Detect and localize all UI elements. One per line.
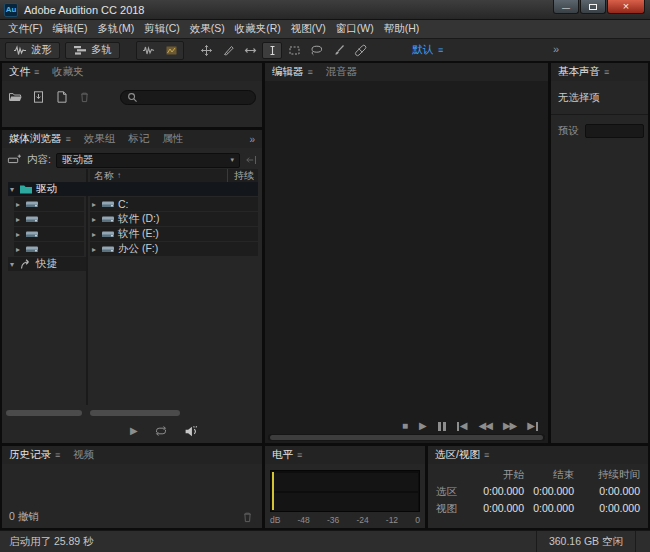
tab-properties[interactable]: 属性	[162, 132, 183, 146]
close-button[interactable]: ×	[607, 0, 645, 14]
panel-menu-icon[interactable]: ≡	[66, 135, 71, 144]
move-tool-button[interactable]	[196, 42, 216, 59]
tab-history[interactable]: 历史记录 ≡	[9, 448, 60, 462]
menu-file[interactable]: 文件(F)	[3, 20, 47, 38]
shortcuts-root-row[interactable]: ▾ 快捷	[8, 257, 86, 271]
tab-video[interactable]: 视频	[73, 448, 94, 462]
horizontal-scrollbar[interactable]	[6, 410, 82, 416]
selection-end-value[interactable]: 0:00.000	[524, 484, 574, 499]
loop-playback-button[interactable]	[154, 425, 168, 437]
dock-panel-button[interactable]	[245, 154, 257, 166]
panel-menu-icon[interactable]: ≡	[297, 451, 302, 460]
media-list-row[interactable]: ▸ 办公 (F:)	[90, 242, 258, 256]
selection-duration-value[interactable]: 0:00.000	[574, 484, 640, 499]
chevron-collapsed-icon[interactable]: ▸	[90, 200, 98, 209]
panel-menu-icon[interactable]: ≡	[55, 451, 60, 460]
pause-button[interactable]	[438, 422, 446, 431]
import-file-button[interactable]	[31, 91, 46, 103]
healing-brush-tool-button[interactable]	[350, 42, 370, 59]
tab-overflow-icon[interactable]: »	[249, 134, 255, 145]
menu-clip[interactable]: 剪辑(C)	[139, 20, 185, 38]
waveform-display-button[interactable]	[137, 42, 160, 59]
menu-favorites[interactable]: 收藏夹(R)	[230, 20, 286, 38]
menu-edit[interactable]: 编辑(E)	[47, 20, 92, 38]
workspace-overflow-icon[interactable]: »	[553, 43, 559, 55]
tree-drive-item[interactable]: ▸	[14, 212, 84, 226]
tab-mixer[interactable]: 混音器	[326, 65, 358, 79]
delete-file-button[interactable]	[77, 91, 92, 103]
pane-divider[interactable]	[86, 169, 88, 405]
open-file-button[interactable]	[8, 91, 23, 103]
chevron-expanded-icon[interactable]: ▾	[8, 185, 16, 194]
menu-effects[interactable]: 效果(S)	[185, 20, 230, 38]
tab-favorites[interactable]: 收藏夹	[52, 65, 84, 79]
selection-start-value[interactable]: 0:00.000	[464, 484, 524, 499]
marquee-tool-button[interactable]	[284, 42, 304, 59]
stop-button[interactable]: ■	[402, 421, 408, 431]
media-list-row[interactable]: ▸ 软件 (D:)	[90, 212, 258, 226]
chevron-collapsed-icon[interactable]: ▸	[14, 245, 22, 254]
play-button[interactable]: ▶	[419, 421, 427, 431]
panel-menu-icon[interactable]: ≡	[484, 451, 489, 460]
chevron-collapsed-icon[interactable]: ▸	[14, 230, 22, 239]
minimize-button[interactable]: —	[553, 0, 579, 14]
tree-drive-item[interactable]: ▸	[14, 242, 84, 256]
lasso-tool-button[interactable]	[306, 42, 326, 59]
chevron-expanded-icon[interactable]: ▾	[8, 260, 16, 269]
chevron-collapsed-icon[interactable]: ▸	[90, 230, 98, 239]
panel-menu-icon[interactable]: ≡	[34, 68, 39, 77]
name-column-header[interactable]: 名称	[94, 169, 114, 183]
waveform-view-button[interactable]: 波形	[5, 42, 60, 59]
panel-menu-icon[interactable]: ≡	[604, 68, 609, 77]
go-to-end-button[interactable]: ▶	[527, 421, 538, 431]
media-list-row[interactable]: ▸ C:	[90, 197, 258, 211]
scrollbar-thumb[interactable]	[270, 435, 543, 440]
file-search-box[interactable]	[120, 90, 256, 105]
maximize-button[interactable]	[580, 0, 606, 14]
tab-editor[interactable]: 编辑器 ≡	[272, 65, 313, 79]
rewind-button[interactable]: ◀◀	[479, 421, 492, 431]
add-shortcut-button[interactable]	[7, 154, 22, 166]
tab-selection-view[interactable]: 选区/视图 ≡	[435, 448, 489, 462]
view-start-value[interactable]: 0:00.000	[464, 501, 524, 516]
resize-grip[interactable]	[636, 531, 650, 552]
tab-effects-rack[interactable]: 效果组	[84, 132, 116, 146]
media-list-row[interactable]: ▸ 软件 (E:)	[90, 227, 258, 241]
chevron-collapsed-icon[interactable]: ▸	[14, 215, 22, 224]
menu-multitrack[interactable]: 多轨(M)	[92, 20, 139, 38]
chevron-collapsed-icon[interactable]: ▸	[90, 245, 98, 254]
auto-play-button[interactable]	[184, 425, 199, 438]
clear-history-button[interactable]	[240, 511, 255, 523]
go-to-start-button[interactable]: ◀	[457, 421, 468, 431]
tab-markers[interactable]: 标记	[128, 132, 149, 146]
preview-play-button[interactable]: ▶	[130, 426, 138, 436]
tab-levels[interactable]: 电平 ≡	[272, 448, 302, 462]
tab-essential-sound[interactable]: 基本声音 ≡	[558, 65, 609, 79]
content-dropdown[interactable]: 驱动器 ▾	[56, 153, 240, 168]
new-file-button[interactable]	[54, 91, 69, 103]
chevron-collapsed-icon[interactable]: ▸	[14, 200, 22, 209]
horizontal-scrollbar[interactable]	[90, 410, 180, 416]
editor-horizontal-scrollbar[interactable]	[268, 434, 545, 441]
editor-canvas[interactable]: ■ ▶ ◀ ◀◀ ▶▶ ▶	[265, 81, 548, 443]
menu-window[interactable]: 窗口(W)	[331, 20, 379, 38]
multitrack-view-button[interactable]: 多轨	[65, 42, 120, 59]
slip-tool-button[interactable]	[240, 42, 260, 59]
drives-root-row[interactable]: ▾ 驱动	[8, 182, 258, 196]
view-end-value[interactable]: 0:00.000	[524, 501, 574, 516]
file-search-input[interactable]	[142, 92, 249, 103]
razor-tool-button[interactable]	[218, 42, 238, 59]
tab-files[interactable]: 文件 ≡	[9, 65, 39, 79]
panel-menu-icon[interactable]: ≡	[308, 68, 313, 77]
view-duration-value[interactable]: 0:00.000	[574, 501, 640, 516]
preset-dropdown[interactable]	[585, 124, 644, 138]
menu-view[interactable]: 视图(V)	[286, 20, 331, 38]
chevron-collapsed-icon[interactable]: ▸	[90, 215, 98, 224]
time-selection-tool-button[interactable]	[262, 42, 282, 59]
tree-drive-item[interactable]: ▸	[14, 227, 84, 241]
duration-column-header[interactable]: 持续	[227, 169, 254, 182]
spectral-display-button[interactable]	[160, 42, 183, 59]
paintbrush-tool-button[interactable]	[328, 42, 348, 59]
fast-forward-button[interactable]: ▶▶	[503, 421, 516, 431]
tree-drive-item[interactable]: ▸	[14, 197, 84, 211]
